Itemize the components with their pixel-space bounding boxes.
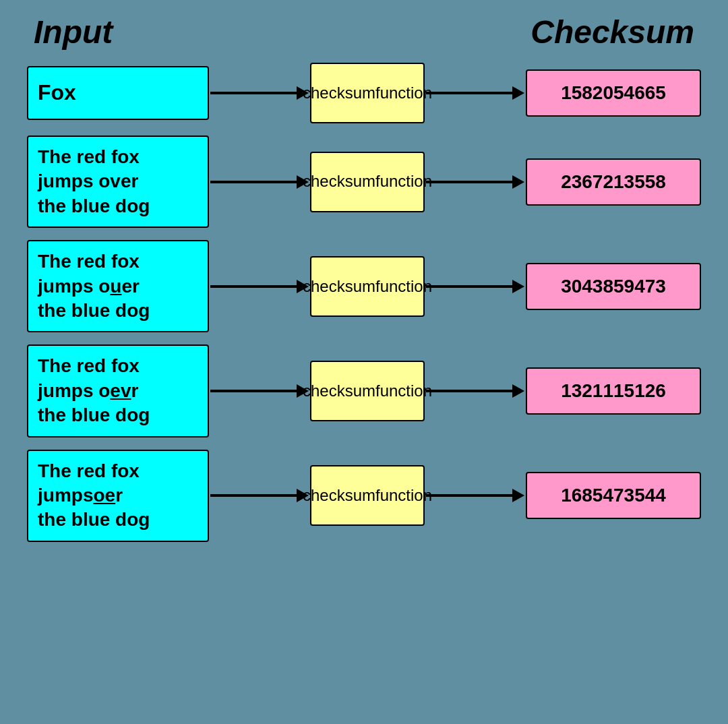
output-value-1: 1582054665 (561, 82, 666, 104)
function-box-5: checksumfunction (310, 465, 425, 526)
function-box-4: checksumfunction (310, 361, 425, 421)
input-text-2: The red fox jumps over the blue dog (38, 145, 150, 218)
arrow-line (426, 181, 512, 183)
arrow-head (297, 489, 309, 502)
arrow-2-row-1 (426, 92, 524, 94)
arrow-head (297, 175, 309, 189)
checksum-header-title: Checksum (530, 13, 694, 51)
input-box-1: Fox (27, 66, 209, 120)
input-box-2: The red fox jumps over the blue dog (27, 135, 209, 228)
output-box-3: 3043859473 (526, 263, 701, 310)
output-box-1: 1582054665 (526, 69, 701, 117)
output-value-4: 1321115126 (561, 380, 666, 402)
arrow-head (512, 86, 524, 100)
function-label: function (375, 380, 432, 402)
arrow-line (210, 181, 297, 183)
input-box-5: The red foxjumpsoerthe blue dog (27, 450, 209, 542)
input-text-3: The red foxjumps ouerthe blue dog (38, 249, 150, 323)
function-label: function (375, 485, 432, 506)
output-box-2: 2367213558 (526, 158, 701, 206)
arrow-line (426, 494, 512, 497)
function-box-1: checksumfunction (310, 63, 425, 123)
arrow-head (512, 175, 524, 189)
function-box-3: checksumfunction (310, 256, 425, 317)
arrow-line (210, 92, 297, 94)
input-text-1: Fox (38, 79, 76, 107)
arrow-2-row-2 (426, 181, 524, 183)
function-label: checksum (303, 171, 375, 192)
function-box-2: checksumfunction (310, 152, 425, 212)
function-label: checksum (303, 380, 375, 402)
output-value-3: 3043859473 (561, 276, 666, 297)
arrow-line (426, 285, 512, 288)
arrow-head (512, 384, 524, 398)
arrow-head (512, 489, 524, 502)
input-text-4: The red foxjumps oevrthe blue dog (38, 354, 150, 427)
function-label: checksum (303, 485, 375, 506)
arrow-2-row-5 (426, 494, 524, 497)
output-box-5: 1685473544 (526, 472, 701, 519)
function-label: function (375, 171, 432, 192)
arrow-1-row-3 (210, 285, 309, 288)
arrow-1-row-1 (210, 92, 309, 94)
diagram-row-5: The red foxjumpsoerthe blue dogchecksumf… (27, 450, 701, 542)
input-header-title: Input (34, 13, 113, 51)
output-value-5: 1685473544 (561, 485, 666, 506)
arrow-head (512, 280, 524, 293)
arrow-2-row-3 (426, 285, 524, 288)
diagram-row-3: The red foxjumps ouerthe blue dogchecksu… (27, 240, 701, 332)
arrow-1-row-2 (210, 181, 309, 183)
input-box-3: The red foxjumps ouerthe blue dog (27, 240, 209, 332)
arrow-1-row-5 (210, 494, 309, 497)
arrow-head (297, 280, 309, 293)
arrow-1-row-4 (210, 390, 309, 392)
diagram-rows: Foxchecksumfunction1582054665The red fox… (27, 63, 701, 542)
diagram-row-1: Foxchecksumfunction1582054665 (27, 63, 701, 123)
function-label: function (375, 82, 432, 104)
arrow-line (210, 285, 297, 288)
output-value-2: 2367213558 (561, 171, 666, 193)
function-label: function (375, 276, 432, 297)
output-box-4: 1321115126 (526, 367, 701, 415)
input-box-4: The red foxjumps oevrthe blue dog (27, 344, 209, 437)
arrow-head (297, 86, 309, 100)
arrow-head (297, 384, 309, 398)
header: Input Checksum (27, 13, 701, 51)
function-label: checksum (303, 82, 375, 104)
diagram-row-4: The red foxjumps oevrthe blue dogchecksu… (27, 344, 701, 437)
arrow-line (426, 92, 512, 94)
arrow-2-row-4 (426, 390, 524, 392)
input-text-5: The red foxjumpsoerthe blue dog (38, 459, 150, 533)
diagram-row-2: The red fox jumps over the blue dogcheck… (27, 135, 701, 228)
function-label: checksum (303, 276, 375, 297)
arrow-line (426, 390, 512, 392)
arrow-line (210, 494, 297, 497)
arrow-line (210, 390, 297, 392)
